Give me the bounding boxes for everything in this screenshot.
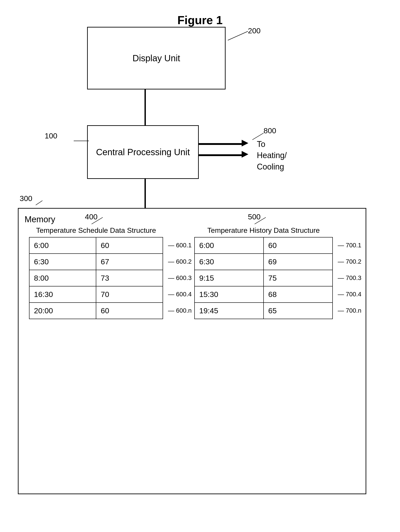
schedule-row-ref-1: — 600.2 <box>168 258 192 265</box>
display-unit-label: Display Unit <box>132 53 180 63</box>
history-table-container: Temperature History Data Structure 6:006… <box>194 226 333 319</box>
history-row-3: 15:3068— 700.4 <box>195 286 332 303</box>
heating-label: To Heating/ Cooling <box>257 139 287 172</box>
schedule-time-0: 6:00 <box>29 237 96 253</box>
arrow-line-top <box>199 143 243 145</box>
ref-500: 500 <box>248 212 261 221</box>
diagram-container: Figure 1 Display Unit 200 Central Proces… <box>0 0 400 492</box>
svg-line-3 <box>36 201 43 205</box>
history-time-3: 15:30 <box>195 286 264 303</box>
schedule-row-0: 6:0060— 600.1 <box>29 237 163 253</box>
ref-200-line <box>223 27 268 45</box>
schedule-table-container: Temperature Schedule Data Structure 6:00… <box>29 226 163 319</box>
schedule-row-1: 6:3067— 600.2 <box>29 253 163 270</box>
history-row-2: 9:1575— 700.3 <box>195 270 332 286</box>
history-time-4: 19:45 <box>195 303 264 319</box>
display-unit-box: Display Unit <box>87 27 226 89</box>
history-row-ref-4: — 700.n <box>338 307 361 314</box>
ref-100: 100 <box>45 132 57 140</box>
schedule-temp-2: 73— 600.3 <box>96 270 163 286</box>
history-table: 6:0060— 700.16:3069— 700.29:1575— 700.31… <box>194 237 333 319</box>
history-time-0: 6:00 <box>195 237 264 253</box>
history-row-ref-0: — 700.1 <box>338 242 361 249</box>
line-cpu-memory <box>144 179 146 208</box>
history-time-2: 9:15 <box>195 270 264 286</box>
history-temp-2: 75— 700.3 <box>264 270 332 286</box>
heating-to: To <box>257 139 265 149</box>
schedule-row-ref-3: — 600.4 <box>168 291 192 298</box>
arrow-line-bottom <box>199 154 243 156</box>
schedule-time-4: 20:00 <box>29 303 96 319</box>
ref-800: 800 <box>264 126 276 135</box>
history-table-title: Temperature History Data Structure <box>194 226 333 235</box>
history-row-0: 6:0060— 700.1 <box>195 237 332 253</box>
history-row-1: 6:3069— 700.2 <box>195 253 332 270</box>
schedule-row-ref-0: — 600.1 <box>168 242 192 249</box>
schedule-time-3: 16:30 <box>29 286 96 303</box>
history-row-ref-2: — 700.3 <box>338 274 361 282</box>
line-display-cpu <box>144 89 146 125</box>
history-row-ref-1: — 700.2 <box>338 258 361 265</box>
ref-200: 200 <box>248 26 261 35</box>
ref-300: 300 <box>20 194 32 203</box>
schedule-row-4: 20:0060— 600.n <box>29 303 163 319</box>
svg-line-0 <box>228 31 248 40</box>
schedule-row-2: 8:0073— 600.3 <box>29 270 163 286</box>
history-temp-4: 65— 700.n <box>264 303 332 319</box>
schedule-table-title: Temperature Schedule Data Structure <box>29 226 163 235</box>
schedule-temp-0: 60— 600.1 <box>96 237 163 253</box>
schedule-row-ref-2: — 600.3 <box>168 274 192 282</box>
history-row-ref-3: — 700.4 <box>338 291 361 298</box>
ref-100-line <box>56 134 89 148</box>
cpu-box: Central Processing Unit <box>87 125 199 179</box>
cooling-text: Cooling <box>257 162 284 171</box>
schedule-time-2: 8:00 <box>29 270 96 286</box>
memory-label: Memory <box>25 215 55 224</box>
schedule-row-ref-4: — 600.n <box>168 307 192 314</box>
schedule-temp-4: 60— 600.n <box>96 303 163 319</box>
ref-400: 400 <box>85 212 98 221</box>
history-time-1: 6:30 <box>195 253 264 270</box>
page-title: Figure 1 <box>0 0 400 27</box>
history-temp-0: 60— 700.1 <box>264 237 332 253</box>
cpu-label: Central Processing Unit <box>96 146 190 158</box>
schedule-temp-1: 67— 600.2 <box>96 253 163 270</box>
schedule-temp-3: 70— 600.4 <box>96 286 163 303</box>
schedule-row-3: 16:3070— 600.4 <box>29 286 163 303</box>
schedule-table: 6:0060— 600.16:3067— 600.28:0073— 600.31… <box>29 237 163 319</box>
heating-text: Heating/ <box>257 151 287 160</box>
schedule-time-1: 6:30 <box>29 253 96 270</box>
arrow-head-bottom <box>242 151 248 158</box>
history-temp-3: 68— 700.4 <box>264 286 332 303</box>
history-row-4: 19:4565— 700.n <box>195 303 332 319</box>
history-temp-1: 69— 700.2 <box>264 253 332 270</box>
